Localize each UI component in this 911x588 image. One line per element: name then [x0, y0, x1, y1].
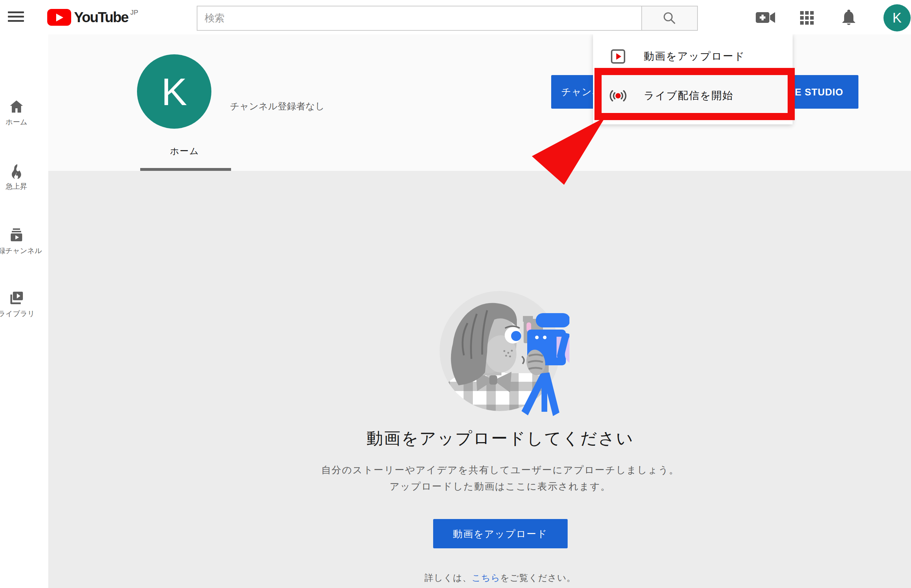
- menu-item-go-live[interactable]: ライブ配信を開始: [593, 74, 793, 117]
- empty-state-title: 動画をアップロードしてください: [48, 428, 911, 450]
- video-camera-plus-icon: [756, 10, 776, 25]
- logo-region-code: JP: [130, 8, 138, 16]
- youtube-channel-page: YouTube JP: [0, 0, 911, 588]
- menu-item-label: 動画をアップロード: [644, 49, 745, 64]
- home-icon: [8, 99, 24, 115]
- search-icon: [662, 11, 677, 25]
- sidebar-item-trending[interactable]: 急上昇: [0, 163, 33, 179]
- empty-state-action-row: 動画をアップロード: [48, 519, 911, 548]
- notifications-bell-icon: [841, 9, 856, 26]
- notifications-button[interactable]: [841, 9, 856, 26]
- logo-wordmark: YouTube: [74, 9, 128, 25]
- sidebar-item-label: ライブラリ: [0, 309, 35, 318]
- tab-home[interactable]: ホーム: [157, 145, 212, 157]
- empty-state-footer: 詳しくは、こちらをご覧ください。: [48, 572, 911, 584]
- go-live-icon: [610, 87, 627, 104]
- trending-icon: [8, 163, 24, 179]
- create-video-button[interactable]: [756, 10, 776, 25]
- library-icon: [8, 290, 24, 306]
- sidebar-item-library[interactable]: ライブラリ: [0, 290, 33, 306]
- sidebar-item-home[interactable]: ホーム: [0, 99, 33, 115]
- subscriptions-icon: [8, 227, 24, 243]
- search-input[interactable]: [197, 6, 641, 31]
- apps-grid-icon: [800, 11, 814, 25]
- search-button[interactable]: [641, 6, 698, 31]
- upload-video-button[interactable]: 動画をアップロード: [433, 519, 568, 548]
- account-avatar[interactable]: K: [883, 4, 911, 31]
- apps-grid-button[interactable]: [800, 11, 814, 25]
- youtube-play-icon: [47, 9, 71, 26]
- menu-item-label: ライブ配信を開始: [644, 89, 734, 103]
- footer-text-suffix: をご覧ください。: [500, 573, 576, 583]
- person-with-video-camera-illustration: [434, 283, 570, 419]
- empty-state-description: 自分のストーリーやアイデアを共有してユーザーにアプローチしましょう。 アップロー…: [48, 462, 911, 495]
- hamburger-menu-icon[interactable]: [6, 8, 26, 26]
- description-line-1: 自分のストーリーやアイデアを共有してユーザーにアプローチしましょう。: [89, 462, 911, 478]
- sidebar: ホーム 急上昇 登録チャンネル ライブラリ: [0, 34, 48, 588]
- description-line-2: アップロードした動画はここに表示されます。: [89, 478, 911, 495]
- learn-more-link[interactable]: こちら: [472, 573, 500, 583]
- subscriber-status: チャンネル登録者なし: [230, 100, 324, 113]
- menu-item-upload-video[interactable]: 動画をアップロード: [593, 39, 793, 74]
- sidebar-item-label: ホーム: [6, 117, 28, 127]
- sidebar-item-subscriptions[interactable]: 登録チャンネル: [0, 227, 33, 243]
- topbar: YouTube JP: [0, 0, 911, 34]
- upload-video-icon: [610, 48, 627, 65]
- channel-avatar: K: [137, 54, 211, 129]
- active-tab-underline: [140, 168, 231, 171]
- sidebar-item-label: 急上昇: [6, 182, 27, 191]
- footer-text-prefix: 詳しくは、: [425, 573, 472, 583]
- create-dropdown-menu: 動画をアップロード ライブ配信を開始: [593, 34, 793, 124]
- youtube-logo[interactable]: YouTube JP: [47, 8, 138, 26]
- sidebar-item-label: 登録チャンネル: [0, 246, 42, 255]
